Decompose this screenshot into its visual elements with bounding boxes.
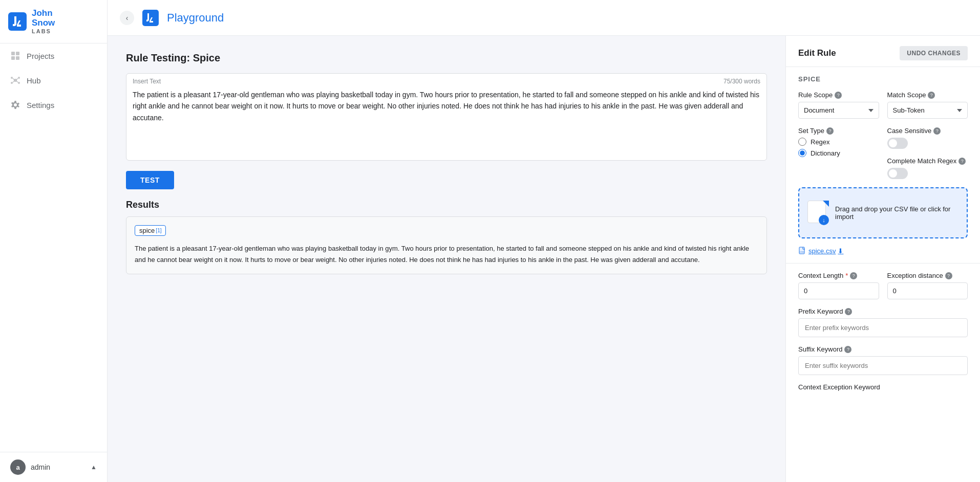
brand-john: John <box>32 9 55 18</box>
svg-point-7 <box>18 77 20 79</box>
context-exception-keyword-group: Context Exception Keyword <box>798 383 968 391</box>
svg-rect-1 <box>11 52 15 55</box>
sidebar-item-projects-label: Projects <box>27 52 54 60</box>
center-panel: Rule Testing: Spice Insert Text 75/300 w… <box>108 36 785 482</box>
upload-badge-icon: ↓ <box>819 215 829 225</box>
set-type-group: Set Type ? Regex Dictionary <box>798 127 879 157</box>
complete-match-group: Complete Match Regex ? <box>887 157 968 179</box>
match-scope-info-icon[interactable]: ? <box>928 92 935 99</box>
edit-rule-title: Edit Rule <box>798 48 836 58</box>
word-count: 75/300 words <box>723 78 760 85</box>
csv-file-link[interactable]: CSV spice.csv ⬇ <box>798 247 968 255</box>
suffix-keyword-info-icon[interactable]: ? <box>844 346 851 353</box>
case-sensitive-toggle[interactable] <box>887 138 908 149</box>
sidebar-footer[interactable]: a admin ▲ <box>0 452 107 482</box>
right-panel: Edit Rule UNDO CHANGES SPICE Rule Scope … <box>785 36 980 482</box>
prefix-keyword-input[interactable] <box>798 318 968 337</box>
svg-rect-2 <box>16 52 19 55</box>
sidebar-nav: Projects Hub Settings <box>0 43 107 117</box>
sidebar: John Snow LABS Projects <box>0 0 108 482</box>
jsl-logo-icon <box>8 12 27 31</box>
set-type-info-icon[interactable]: ? <box>826 127 834 135</box>
text-editor-wrapper: Insert Text 75/300 words The patient is … <box>126 73 767 161</box>
complete-match-label: Complete Match Regex <box>887 157 957 165</box>
match-scope-label: Match Scope ? <box>887 91 968 99</box>
svg-point-6 <box>11 77 13 79</box>
right-panel-body: SPICE Rule Scope ? Document Sentence Tok… <box>786 67 980 399</box>
csv-file-icon: CSV <box>798 247 806 255</box>
svg-line-11 <box>16 78 18 80</box>
csv-drop-zone[interactable]: ↓ Drag and drop your CSV file or click f… <box>798 187 968 238</box>
sidebar-item-settings-label: Settings <box>27 101 54 109</box>
result-tag-spice: spice[1] <box>135 225 166 236</box>
logo-area: John Snow LABS <box>0 0 107 43</box>
brand-text: John Snow LABS <box>32 9 55 34</box>
topbar-title: Playground <box>167 11 224 25</box>
rule-scope-select[interactable]: Document Sentence Token <box>798 102 879 119</box>
set-type-dictionary-radio[interactable] <box>798 149 806 157</box>
complete-match-toggle[interactable] <box>887 168 908 179</box>
svg-line-13 <box>16 81 18 82</box>
svg-point-8 <box>11 82 13 84</box>
avatar: a <box>10 459 26 475</box>
drop-zone-text: Drag and drop your CSV file or click for… <box>835 205 958 221</box>
main-area: ‹ Playground Rule Testing: Spice Insert … <box>108 0 980 482</box>
svg-line-12 <box>13 81 14 82</box>
context-exception-keyword-label: Context Exception Keyword <box>798 383 968 391</box>
context-length-label: Context Length * ? <box>798 272 879 279</box>
match-scope-select[interactable]: Sub-Token Token Sentence <box>887 102 968 119</box>
svg-rect-0 <box>8 12 27 31</box>
rule-scope-label: Rule Scope ? <box>798 91 879 99</box>
set-type-label: Set Type ? <box>798 127 879 135</box>
test-button[interactable]: TEST <box>126 171 174 189</box>
set-type-dictionary-option[interactable]: Dictionary <box>798 149 879 157</box>
tag-label: spice <box>139 227 155 234</box>
undo-changes-button[interactable]: UNDO CHANGES <box>900 46 968 60</box>
exception-distance-input[interactable] <box>887 282 968 299</box>
drop-zone-icon: ↓ <box>807 201 829 225</box>
tag-sup: [1] <box>156 228 161 233</box>
complete-match-slider <box>887 168 908 179</box>
sidebar-item-hub[interactable]: Hub <box>0 68 107 93</box>
results-title: Results <box>126 200 767 210</box>
result-tags-row: spice[1] <box>135 225 758 236</box>
scope-row: Rule Scope ? Document Sentence Token Mat… <box>798 91 968 119</box>
sidebar-item-projects[interactable]: Projects <box>0 43 107 68</box>
case-sensitive-info-icon[interactable]: ? <box>933 127 941 135</box>
set-type-regex-option[interactable]: Regex <box>798 138 879 146</box>
suffix-keyword-group: Suffix Keyword ? <box>798 345 968 375</box>
complete-match-info-icon[interactable]: ? <box>958 158 966 165</box>
context-length-info-icon[interactable]: ? <box>850 272 857 279</box>
content-area: Rule Testing: Spice Insert Text 75/300 w… <box>108 36 980 482</box>
svg-rect-14 <box>142 10 159 26</box>
set-type-options: Regex Dictionary <box>798 138 879 157</box>
prefix-keyword-label: Prefix Keyword ? <box>798 308 968 315</box>
set-type-regex-radio[interactable] <box>798 138 806 146</box>
length-distance-row: Context Length * ? Exception distance ? <box>798 272 968 299</box>
brand-snow: Snow <box>32 18 55 28</box>
main-text-input[interactable]: The patient is a pleasant 17-year-old ge… <box>126 74 766 158</box>
exception-distance-label: Exception distance ? <box>887 272 968 279</box>
chevron-up-icon: ▲ <box>91 464 97 471</box>
right-panel-header: Edit Rule UNDO CHANGES <box>786 36 980 67</box>
rule-scope-group: Rule Scope ? Document Sentence Token <box>798 91 879 119</box>
username-label: admin <box>31 463 86 471</box>
required-star: * <box>845 272 848 279</box>
case-sensitive-slider <box>887 138 908 149</box>
collapse-sidebar-button[interactable]: ‹ <box>120 11 134 25</box>
sidebar-item-hub-label: Hub <box>27 76 41 85</box>
exception-distance-info-icon[interactable]: ? <box>945 272 952 279</box>
topbar: ‹ Playground <box>108 0 980 36</box>
brand-labs: LABS <box>32 28 55 34</box>
topbar-logo-icon <box>142 10 159 26</box>
spice-badge: SPICE <box>798 75 968 83</box>
svg-point-9 <box>18 82 20 84</box>
match-scope-group: Match Scope ? Sub-Token Token Sentence <box>887 91 968 119</box>
divider <box>786 263 980 264</box>
prefix-keyword-info-icon[interactable]: ? <box>845 308 852 315</box>
rule-scope-info-icon[interactable]: ? <box>835 92 842 99</box>
context-length-input[interactable] <box>798 282 879 299</box>
suffix-keyword-input[interactable] <box>798 356 968 375</box>
sidebar-item-settings[interactable]: Settings <box>0 93 107 117</box>
svg-rect-4 <box>16 56 19 60</box>
